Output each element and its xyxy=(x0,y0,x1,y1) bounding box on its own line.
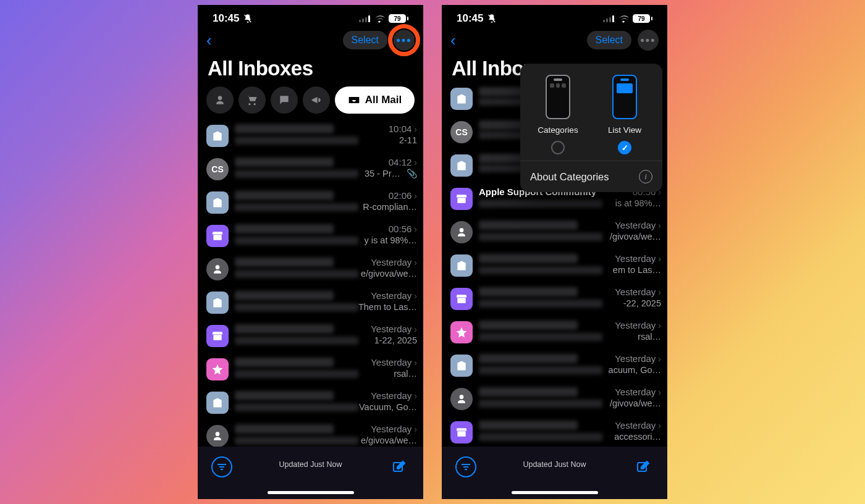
categories-preview-icon xyxy=(546,75,570,119)
snippet: Them to Las… xyxy=(358,302,417,312)
mail-row[interactable]: Yesterday›rsal… xyxy=(442,317,667,351)
mail-row[interactable]: Yesterday›1-22, 2025 xyxy=(198,321,423,355)
message-list[interactable]: 10:04›2-11CS04:12›35 - Pr…📎02:06›R-compl… xyxy=(198,121,423,455)
compose-button[interactable] xyxy=(633,456,654,477)
category-filter-row: All Mail xyxy=(198,86,423,121)
timestamp: Yesterday xyxy=(615,420,656,430)
subject-blur xyxy=(479,266,602,274)
avatar-icon xyxy=(206,392,229,414)
row-meta: Yesterday› xyxy=(371,324,417,334)
chevron-right-icon: › xyxy=(414,124,417,134)
mail-row[interactable]: Yesterday›Vacuum, Go… xyxy=(198,388,423,421)
subject-blur xyxy=(235,370,358,378)
mail-row[interactable]: Yesterday›em to Las… xyxy=(442,251,667,284)
home-indicator[interactable] xyxy=(512,491,598,494)
radio-unchecked[interactable] xyxy=(551,141,565,154)
option-categories[interactable]: Categories xyxy=(526,75,589,154)
mail-row[interactable]: Yesterday›-22, 2025 xyxy=(442,284,667,317)
category-primary[interactable] xyxy=(206,86,234,114)
subject-blur xyxy=(235,270,358,278)
avatar-icon xyxy=(206,292,229,314)
sender xyxy=(479,254,578,263)
snippet: Vacuum, Go… xyxy=(359,402,417,412)
subject-blur xyxy=(479,400,602,408)
chevron-right-icon: › xyxy=(414,358,417,368)
more-button[interactable]: ••• xyxy=(638,30,659,51)
mail-row[interactable]: 00:56›y is at 98%… xyxy=(198,221,423,254)
all-mail-tab[interactable]: All Mail xyxy=(335,86,415,114)
mail-row[interactable]: Yesterday›e/givova/we… xyxy=(198,254,423,288)
avatar-icon xyxy=(206,425,229,447)
snippet: -22, 2025 xyxy=(623,298,661,308)
mail-row[interactable]: Yesterday›/givova/we… xyxy=(442,217,667,251)
chevron-right-icon: › xyxy=(658,321,661,330)
mail-row[interactable]: Yesterday›rsal… xyxy=(198,355,423,388)
mail-row[interactable]: 10:04›2-11 xyxy=(198,121,423,154)
subject-blur xyxy=(479,300,602,308)
filter-button[interactable] xyxy=(455,456,476,477)
cellular-icon xyxy=(359,15,370,22)
sender xyxy=(479,421,578,430)
chevron-right-icon: › xyxy=(414,191,417,201)
avatar-icon xyxy=(450,288,473,310)
sender xyxy=(235,291,334,300)
row-meta: Yesterday› xyxy=(615,353,661,364)
battery-indicator: 79 xyxy=(389,14,408,23)
subject-blur xyxy=(479,333,602,341)
option-list-view[interactable]: List View xyxy=(593,75,656,154)
category-promotions[interactable] xyxy=(303,86,330,114)
row-meta: Yesterday› xyxy=(615,387,661,397)
category-transactions[interactable] xyxy=(238,86,266,114)
silent-icon xyxy=(243,14,253,23)
all-mail-label: All Mail xyxy=(365,94,402,106)
avatar-icon xyxy=(206,258,229,280)
timestamp: 02:06 xyxy=(389,190,412,201)
snippet: e/givova/we… xyxy=(361,269,417,279)
row-meta: 00:56› xyxy=(389,224,417,234)
snippet: y is at 98%… xyxy=(365,235,417,245)
sender xyxy=(235,424,334,434)
mail-row[interactable]: Yesterday›accessori… xyxy=(442,418,667,451)
subject-blur xyxy=(235,203,358,211)
select-button[interactable]: Select xyxy=(343,31,387,49)
mail-row[interactable]: Yesterday›acuum, Go… xyxy=(442,351,667,384)
sender xyxy=(235,191,334,200)
mail-row[interactable]: Yesterday›/givova/we… xyxy=(442,384,667,418)
avatar-icon xyxy=(450,421,473,443)
chevron-right-icon: › xyxy=(414,158,417,167)
mail-row[interactable]: CS04:12›35 - Pr…📎 xyxy=(198,154,423,188)
subject-blur xyxy=(235,403,358,411)
mail-row[interactable]: Yesterday›Them to Las… xyxy=(198,288,423,321)
row-meta: Yesterday› xyxy=(615,253,661,264)
timestamp: 00:56 xyxy=(389,224,412,234)
sender xyxy=(479,387,578,397)
view-options-popover: Categories List View About Categories i xyxy=(520,64,662,192)
sender xyxy=(235,324,334,334)
avatar-icon xyxy=(450,388,473,410)
row-meta: 02:06› xyxy=(389,190,417,201)
compose-button[interactable] xyxy=(389,456,410,477)
home-indicator[interactable] xyxy=(268,491,354,494)
select-button[interactable]: Select xyxy=(587,31,631,49)
listview-preview-icon xyxy=(612,75,637,119)
info-icon[interactable]: i xyxy=(639,170,652,183)
chevron-right-icon: › xyxy=(658,421,661,430)
timestamp: 10:04 xyxy=(389,124,412,134)
back-button[interactable]: ‹ xyxy=(203,31,216,50)
snippet: is at 98%… xyxy=(615,198,661,208)
back-button[interactable]: ‹ xyxy=(447,31,460,50)
timestamp: 04:12 xyxy=(389,157,412,167)
phone-screenshot-right: 10:45 79 ‹ Select ••• All Inboxes ›CS››A… xyxy=(442,5,667,499)
mail-row[interactable]: 02:06›R-complian… xyxy=(198,188,423,221)
category-updates[interactable] xyxy=(271,86,298,114)
nav-bar: ‹ Select ••• xyxy=(198,26,423,54)
filter-button[interactable] xyxy=(211,456,232,477)
timestamp: Yesterday xyxy=(371,290,411,301)
status-time: 10:45 xyxy=(213,12,239,25)
radio-checked[interactable] xyxy=(618,141,631,154)
about-categories-row[interactable]: About Categories i xyxy=(520,161,662,192)
sender xyxy=(235,358,334,367)
snippet: 1-22, 2025 xyxy=(374,335,417,345)
more-button[interactable]: ••• xyxy=(394,30,415,51)
snippet: 35 - Pr… xyxy=(365,169,400,178)
